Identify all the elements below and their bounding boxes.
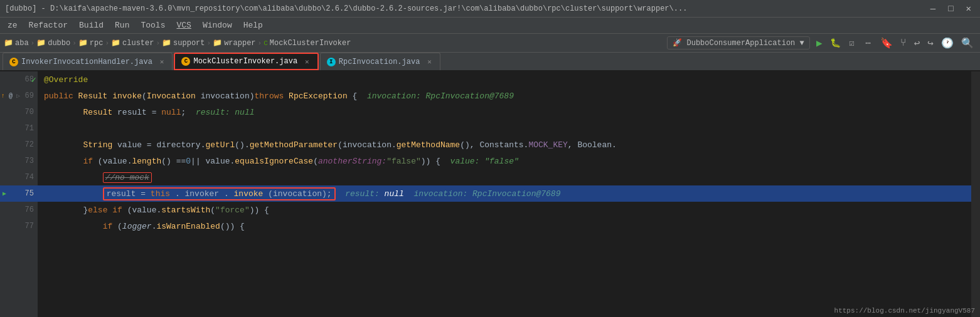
nav-cluster[interactable]: 📁cluster: [111, 38, 154, 48]
folder-icon-4: 📁: [111, 38, 120, 48]
menu-vcs[interactable]: VCS: [171, 19, 196, 31]
tab-close-rpc[interactable]: ✕: [425, 57, 434, 66]
no-mock-outline: //no mock: [103, 172, 152, 183]
menu-run[interactable]: Run: [110, 19, 134, 31]
nav-support[interactable]: 📁support: [162, 38, 205, 48]
indent-76a: [44, 205, 83, 215]
plain-paren1: (: [142, 91, 147, 101]
nav-aba[interactable]: 📁aba: [4, 38, 29, 48]
code-line-77: if ( logger . isWarnEnabled ()) {: [38, 218, 971, 234]
plain-77a: (: [117, 222, 122, 231]
var-result: result =: [117, 108, 161, 117]
semi-70: ;: [181, 108, 195, 117]
indent-77: [44, 222, 103, 231]
scroll-track[interactable]: [971, 71, 980, 317]
push-btn[interactable]: ↪: [925, 37, 936, 49]
tab-invoker[interactable]: C InvokerInvocationHandler.java ✕: [3, 53, 173, 70]
debug-75: result:: [345, 189, 380, 199]
method-startswith: startsWith: [161, 205, 210, 215]
type-result: Result: [78, 91, 113, 101]
indent-75: [44, 189, 103, 199]
string-false: "false": [386, 157, 421, 166]
history-btn[interactable]: 🕐: [939, 37, 956, 49]
method-invoke: invoke: [112, 91, 142, 101]
up-arrow-icon-69: ↑: [1, 93, 5, 100]
tabs-bar: C InvokerInvocationHandler.java ✕ C Mock…: [0, 53, 980, 71]
stmt-outline-75: result = this . invoker . invoke (invoca…: [103, 187, 336, 200]
branch-btn[interactable]: ⑂: [898, 38, 909, 49]
debug-btn[interactable]: 🐛: [829, 36, 843, 50]
run-btn[interactable]: ▶: [812, 36, 826, 50]
tab-icon-mock: C: [181, 57, 190, 66]
debug-arrow-75: ▶: [3, 190, 6, 197]
tab-icon-rpc: I: [327, 58, 336, 66]
class-icon: C: [264, 39, 268, 47]
indent-74: [44, 173, 103, 182]
plain-73f: )) {: [421, 157, 450, 166]
var-invoker: invoker: [185, 189, 220, 199]
bookmark-btn[interactable]: 🔖: [878, 37, 895, 49]
kw-if2: if: [103, 222, 117, 231]
indent-70: [44, 108, 83, 117]
num-0: 0: [186, 157, 191, 166]
plain-73d: (: [313, 157, 318, 166]
more-run-btn[interactable]: ⋯: [861, 36, 875, 50]
nav-class[interactable]: CMockClusterInvoker: [264, 39, 351, 48]
menu-ze[interactable]: ze: [3, 19, 23, 31]
at-icon-69: @: [9, 93, 13, 100]
indent-72: [44, 140, 83, 150]
search-btn[interactable]: 🔍: [959, 37, 976, 49]
plain-76c: (: [210, 205, 215, 215]
menu-help[interactable]: Help: [238, 19, 268, 31]
gutter-70: 70: [0, 104, 38, 120]
tab-label-mock: MockClusterInvoker.java: [193, 57, 297, 66]
annotation-override: @Override: [44, 75, 88, 85]
type-result2: Result: [83, 108, 117, 117]
code-line-70: Result result = null ; result: null: [38, 104, 971, 120]
coverage-btn[interactable]: ☑: [845, 36, 859, 50]
folder-icon-2: 📁: [36, 38, 46, 48]
nav-wrapper[interactable]: 📁wrapper: [213, 38, 255, 48]
tab-label-invoker: InvokerInvocationHandler.java: [21, 58, 152, 66]
code-line-74: //no mock: [38, 169, 971, 185]
type-rpcexception: RpcException: [289, 91, 352, 101]
attribution: https://blog.csdn.net/jingyangV587: [834, 307, 975, 314]
debug-73: value: "false": [450, 157, 519, 166]
tab-close-invoker[interactable]: ✕: [158, 57, 166, 66]
plain-75c: .: [224, 189, 229, 199]
method-iswarnenabled: isWarnEnabled: [156, 222, 220, 231]
menu-tools[interactable]: Tools: [136, 19, 170, 31]
tab-close-mock[interactable]: ✕: [303, 57, 311, 66]
update-btn[interactable]: ↩: [912, 37, 923, 49]
debug-result-null: result: null: [196, 108, 255, 117]
menu-build[interactable]: Build: [74, 19, 109, 31]
tab-rpc[interactable]: I RpcInvocation.java ✕: [320, 53, 440, 70]
close-btn[interactable]: ✕: [962, 2, 975, 15]
menu-window[interactable]: Window: [198, 19, 237, 31]
folder-icon-5: 📁: [162, 38, 171, 48]
plain-72b: (invocation.: [338, 140, 397, 150]
plain-73b: () ==: [161, 157, 186, 166]
method-equalsignorecase: equalsIgnoreCase: [235, 157, 313, 166]
param-invocation: invocation): [201, 91, 255, 101]
const-mockkey: MOCK_KEY: [528, 140, 567, 150]
plain-72d: , Boolean.: [568, 140, 617, 150]
menu-refactor[interactable]: Refactor: [24, 19, 73, 31]
code-content: @Override public Result invoke ( Invocat…: [38, 71, 971, 317]
gutter-72: 72: [0, 137, 38, 153]
run-config-selector[interactable]: 🚀 DubboConsumerApplication ▼: [667, 36, 809, 49]
method-invoke2: invoke: [234, 189, 264, 199]
method-geturl: getUrl: [205, 140, 235, 150]
kw-if: if: [83, 157, 97, 166]
maximize-btn[interactable]: □: [944, 3, 957, 15]
gutter-77: 77: [0, 218, 38, 234]
minimize-btn[interactable]: —: [927, 3, 939, 15]
string-force: "force": [215, 205, 250, 215]
plain-75d: (invocation);: [268, 189, 331, 199]
nav-dubbo[interactable]: 📁dubbo: [36, 38, 70, 48]
run-controls: 🚀 DubboConsumerApplication ▼ ▶ 🐛 ☑ ⋯ 🔖 ⑂…: [667, 36, 976, 50]
title-text: [dubbo] - D:\kaifa\apache-maven-3.6.0\mv…: [5, 4, 927, 13]
tab-mock[interactable]: C MockClusterInvoker.java ✕: [174, 53, 318, 70]
method-getmethodname: getMethodName: [397, 140, 460, 150]
nav-rpc[interactable]: 📁rpc: [78, 38, 104, 48]
